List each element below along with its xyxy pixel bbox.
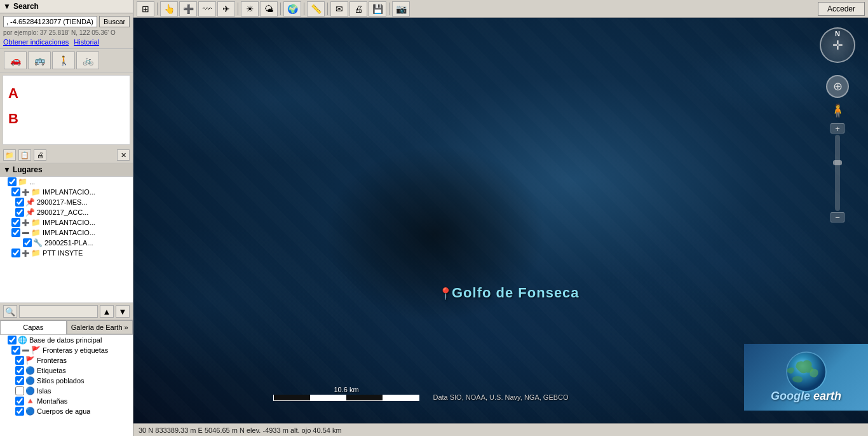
- transport-car-button[interactable]: 🚗: [4, 51, 27, 69]
- zoom-slider[interactable]: [835, 135, 840, 211]
- places-view-button[interactable]: [19, 305, 98, 318]
- nav-compass[interactable]: N ✛: [820, 27, 855, 63]
- search-title: Search: [13, 2, 39, 11]
- left-panel: ▼ Search Buscar por ejemplo: 37 25.818' …: [0, 0, 133, 436]
- toolbar-clouds-button[interactable]: 🌤: [260, 1, 278, 17]
- layer-item[interactable]: 🌐 Base de datos principal: [0, 335, 133, 345]
- zoom-slider-handle[interactable]: [833, 160, 842, 165]
- transport-bus-button[interactable]: 🚌: [28, 51, 51, 69]
- tree-item[interactable]: 📌 2900217-MES...: [0, 197, 133, 207]
- scale-seg-2: [310, 395, 346, 400]
- tree-item[interactable]: ➖ 📁 IMPLANTACIO...: [0, 228, 133, 238]
- layer-item[interactable]: 🔵 Islas: [0, 386, 133, 396]
- compass-needle-icon: ✛: [832, 37, 843, 53]
- route-b-label: B: [8, 106, 125, 132]
- toolbar-mail-button[interactable]: ✉: [330, 1, 348, 17]
- tab-capas[interactable]: Capas: [0, 320, 67, 334]
- golfo-label: 📍Golfo de Fonseca: [438, 285, 580, 301]
- toolbar-path-button[interactable]: 〰: [198, 1, 216, 17]
- places-search-button[interactable]: 🔍: [3, 305, 17, 318]
- route-a-label: A: [8, 81, 125, 106]
- layer-item[interactable]: ➖ 🚩 Fronteras y etiquetas: [0, 345, 133, 355]
- toolbar-separator-6: [389, 3, 390, 15]
- toolbar-separator-5: [327, 3, 328, 15]
- places-header: ▼ Lugares: [0, 163, 133, 177]
- tree-item[interactable]: ➕ 📁 PTT INSYTE: [0, 248, 133, 258]
- toolbar-save-button[interactable]: 💾: [369, 1, 386, 17]
- places-close-button[interactable]: ✕: [117, 149, 130, 161]
- search-input-area: Buscar por ejemplo: 37 25.818' N, 122 05…: [0, 13, 133, 49]
- places-toolbar: 📁 📋 🖨 ✕: [0, 147, 133, 163]
- toolbar-sun-button[interactable]: ☀: [241, 1, 259, 17]
- scale-bar: 10.6 km: [273, 386, 419, 401]
- toolbar-camera-button[interactable]: 📷: [392, 1, 410, 17]
- zoom-in-button[interactable]: +: [831, 123, 844, 133]
- layer-item[interactable]: 🔺 Montañas: [0, 396, 133, 406]
- history-link[interactable]: Historial: [74, 38, 99, 46]
- tree-item[interactable]: 🔧 2900251-PLA...: [0, 238, 133, 248]
- ge-globe-svg: [775, 351, 838, 393]
- places-print-button[interactable]: 🖨: [34, 149, 46, 161]
- scale-seg-4: [383, 395, 419, 400]
- places-up-button[interactable]: ▲: [100, 305, 114, 318]
- toolbar-separator-1: [157, 3, 158, 15]
- tree-item[interactable]: 📌 2900217_ACC...: [0, 207, 133, 217]
- layer-item[interactable]: 🔵 Cuerpos de agua: [0, 406, 133, 416]
- search-arrow-icon: ▼: [3, 2, 11, 11]
- toolbar-polygon-button[interactable]: ➕: [179, 1, 197, 17]
- status-coords: 30 N 833389.33 m E 5046.65 m N elev. -49…: [139, 426, 342, 434]
- transport-walk-button[interactable]: 🚶: [52, 51, 75, 69]
- toolbar-separator-3: [280, 3, 281, 15]
- nav-zoom: ⊕ 🧍 + −: [826, 75, 849, 222]
- toolbar-planet-button[interactable]: 🌍: [283, 1, 301, 17]
- zoom-orbit-button[interactable]: ⊕: [826, 75, 849, 98]
- layers-section[interactable]: 🌐 Base de datos principal ➖ 🚩 Fronteras …: [0, 334, 133, 436]
- places-copy-button[interactable]: 📋: [18, 149, 31, 161]
- data-attribution: Data SIO, NOAA, U.S. Navy, NGA, GEBCO: [433, 393, 568, 401]
- places-section: ▼ Lugares 📁 ... ➕ 📁 IMPLANTACIO... 📌 290…: [0, 163, 133, 320]
- tab-galeria[interactable]: Galería de Earth »: [67, 320, 133, 334]
- route-box: A B: [3, 75, 130, 145]
- toolbar-overlay-button[interactable]: ✈: [217, 1, 235, 17]
- zoom-out-button[interactable]: −: [831, 212, 844, 222]
- toolbar-print-button[interactable]: 🖨: [349, 1, 367, 17]
- toolbar-separator-4: [304, 3, 304, 15]
- places-folder-button[interactable]: 📁: [3, 149, 16, 161]
- places-tree[interactable]: 📁 ... ➕ 📁 IMPLANTACIO... 📌 2900217-MES..…: [0, 177, 133, 303]
- status-bar: 30 N 833389.33 m E 5046.65 m N elev. -49…: [133, 423, 868, 436]
- scale-label: 10.6 km: [334, 386, 358, 393]
- places-title: Lugares: [13, 165, 43, 174]
- compass-ring[interactable]: N ✛: [820, 27, 855, 63]
- search-hint: por ejemplo: 37 25.818' N, 122 05.36' O: [3, 29, 130, 36]
- tree-item[interactable]: 📁 ...: [0, 177, 133, 187]
- toolbar-ruler-button[interactable]: 📏: [307, 1, 325, 17]
- golfo-pin-icon: 📍: [438, 287, 453, 300]
- search-input[interactable]: [3, 16, 97, 27]
- tree-item[interactable]: ➕ 📁 IMPLANTACIO...: [0, 217, 133, 228]
- toolbar-grid-button[interactable]: ⊞: [137, 1, 154, 17]
- places-arrow-icon: ▼: [3, 165, 11, 174]
- top-toolbar: ⊞ 👆 ➕ 〰 ✈ ☀ 🌤 🌍 📏 ✉ 🖨 💾 📷 Acceder: [133, 0, 868, 18]
- tree-item[interactable]: ➕ 📁 IMPLANTACIO...: [0, 187, 133, 197]
- toolbar-separator-2: [238, 3, 238, 15]
- street-view-person-icon[interactable]: 🧍: [830, 99, 845, 122]
- bottom-tabs: Capas Galería de Earth »: [0, 320, 133, 334]
- google-earth-logo: Google earth: [744, 344, 868, 411]
- scale-graphic: [273, 395, 419, 401]
- scale-seg-3: [346, 395, 383, 400]
- transport-icons: 🚗 🚌 🚶 🚲: [0, 49, 133, 72]
- layer-item[interactable]: 🔵 Sitios poblados: [0, 376, 133, 386]
- layer-item[interactable]: 🚩 Fronteras: [0, 355, 133, 365]
- toolbar-placemark-button[interactable]: 👆: [160, 1, 178, 17]
- directions-link[interactable]: Obtener indicaciones: [3, 38, 69, 46]
- search-header: ▼ Search: [0, 0, 133, 13]
- places-actions: 🔍 ▲ ▼: [0, 303, 133, 320]
- layer-item[interactable]: 🔵 Etiquetas: [0, 365, 133, 376]
- map-area[interactable]: 📍Golfo de Fonseca N ✛ ⊕ 🧍 + − 10.6 km Da…: [133, 18, 868, 423]
- acceder-button[interactable]: Acceder: [818, 2, 865, 16]
- places-down-button[interactable]: ▼: [116, 305, 130, 318]
- buscar-button[interactable]: Buscar: [99, 16, 130, 27]
- transport-bike-button[interactable]: 🚲: [76, 51, 99, 69]
- compass-north-label: N: [835, 30, 840, 37]
- scale-seg-1: [274, 395, 310, 400]
